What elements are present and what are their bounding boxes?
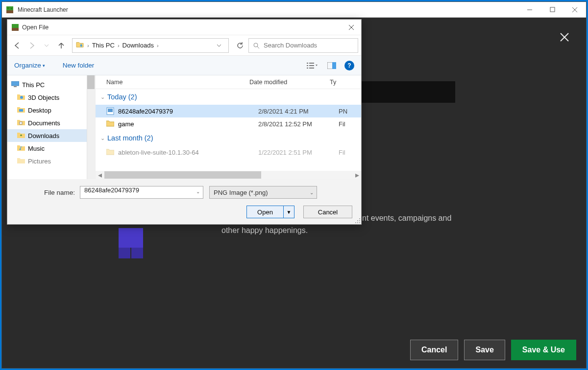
save-button[interactable]: Save xyxy=(464,340,505,360)
svg-rect-17 xyxy=(309,63,314,64)
scroll-right-icon[interactable]: ▸ xyxy=(353,171,361,179)
dialog-navbar: › This PC › Downloads › xyxy=(7,35,361,56)
svg-rect-19 xyxy=(309,65,314,66)
filename-input[interactable]: 86248afe20479379 ⌄ xyxy=(80,186,203,199)
window-controls xyxy=(518,2,586,18)
open-dropdown-button[interactable]: ▼ xyxy=(284,206,294,218)
svg-rect-23 xyxy=(332,62,336,69)
dialog-titlebar: Open File xyxy=(7,20,361,35)
tree-3d-objects[interactable]: 3D Objects xyxy=(7,91,95,104)
folder-icon xyxy=(106,120,114,128)
svg-rect-24 xyxy=(11,81,19,86)
chevron-down-icon: ▾ xyxy=(43,63,45,68)
tree-documents[interactable]: Documents xyxy=(7,116,95,129)
folder-icon xyxy=(17,132,25,139)
view-options-button[interactable] xyxy=(305,60,319,71)
folder-icon xyxy=(17,119,25,126)
dialog-footer: File name: 86248afe20479379 ⌄ PNG Image … xyxy=(7,179,361,224)
image-file-icon xyxy=(106,107,114,115)
folder-icon xyxy=(17,158,25,164)
column-headers: Name Date modified Ty xyxy=(96,75,361,89)
folder-icon xyxy=(75,41,84,50)
svg-rect-3 xyxy=(11,8,12,9)
minimize-button[interactable] xyxy=(518,2,541,18)
new-folder-button[interactable]: New folder xyxy=(63,62,95,69)
svg-point-26 xyxy=(20,96,23,99)
close-button[interactable] xyxy=(564,2,586,18)
filename-label: File name: xyxy=(16,189,75,196)
app-icon xyxy=(11,23,19,31)
chevron-down-icon[interactable]: ⌄ xyxy=(196,189,200,194)
svg-rect-21 xyxy=(309,68,314,69)
dialog-cancel-button[interactable]: Cancel xyxy=(303,206,352,218)
svg-rect-18 xyxy=(307,65,308,66)
chevron-right-icon[interactable]: › xyxy=(156,43,160,48)
cancel-button[interactable]: Cancel xyxy=(410,340,458,360)
group-today[interactable]: ⌄ Today (2) xyxy=(96,89,361,105)
file-type-filter[interactable]: PNG Image (*.png) ⌄ xyxy=(209,186,317,199)
refresh-button[interactable] xyxy=(233,38,247,53)
recent-dropdown[interactable] xyxy=(40,39,53,52)
scroll-left-icon[interactable]: ◂ xyxy=(96,171,104,179)
window-title: Minecraft Launcher xyxy=(18,6,518,13)
chevron-right-icon[interactable]: › xyxy=(117,43,121,48)
search-box[interactable] xyxy=(248,38,358,53)
open-button[interactable]: Open xyxy=(246,206,284,218)
horizontal-scrollbar[interactable]: ◂ ▸ xyxy=(96,171,361,179)
tree-scrollbar[interactable] xyxy=(87,75,95,179)
dialog-body: This PC 3D Objects Desktop Documents Dow… xyxy=(7,75,361,179)
file-row[interactable]: 86248afe20479379 2/8/2021 4:21 PM PN xyxy=(96,105,361,117)
pc-icon xyxy=(11,81,19,88)
forward-button[interactable] xyxy=(25,39,39,52)
tree-this-pc[interactable]: This PC xyxy=(7,78,95,91)
col-date-modified[interactable]: Date modified xyxy=(249,79,330,86)
svg-rect-28 xyxy=(20,122,22,124)
col-type[interactable]: Ty xyxy=(330,79,361,86)
breadcrumb-downloads[interactable]: Downloads xyxy=(121,42,156,49)
svg-rect-20 xyxy=(307,68,308,69)
folder-icon xyxy=(17,107,25,114)
dialog-toolbar: Organize ▾ New folder ? xyxy=(7,56,361,75)
up-button[interactable] xyxy=(54,39,68,52)
organize-menu[interactable]: Organize ▾ xyxy=(14,62,45,69)
svg-rect-16 xyxy=(307,63,308,64)
chevron-right-icon[interactable]: › xyxy=(86,43,90,48)
back-button[interactable] xyxy=(10,39,24,52)
tree-downloads[interactable]: Downloads xyxy=(7,129,95,142)
search-input[interactable] xyxy=(264,42,354,49)
svg-rect-0 xyxy=(6,10,13,13)
search-icon xyxy=(253,42,260,49)
chevron-down-icon[interactable] xyxy=(217,43,228,48)
file-list: Name Date modified Ty ⌄ Today (2) 86248a… xyxy=(96,75,361,179)
bottom-bar: Cancel Save Save & Use xyxy=(410,340,576,360)
svg-point-14 xyxy=(254,43,258,47)
group-last-month[interactable]: ⌄ Last month (2) xyxy=(96,130,361,146)
col-name[interactable]: Name xyxy=(106,79,249,86)
svg-rect-5 xyxy=(550,7,555,12)
dialog-close-button[interactable] xyxy=(342,20,361,35)
resize-grip[interactable] xyxy=(354,217,360,223)
maximize-button[interactable] xyxy=(541,2,564,18)
folder-icon xyxy=(17,145,25,152)
titlebar: Minecraft Launcher xyxy=(2,2,586,18)
svg-line-15 xyxy=(257,46,259,48)
svg-rect-11 xyxy=(12,24,19,28)
close-icon[interactable] xyxy=(557,29,572,45)
nav-tree: This PC 3D Objects Desktop Documents Dow… xyxy=(7,75,96,179)
save-and-use-button[interactable]: Save & Use xyxy=(511,340,576,360)
avatar xyxy=(107,228,154,272)
file-row[interactable]: game 2/8/2021 12:52 PM Fil xyxy=(96,117,361,130)
tree-pictures[interactable]: Pictures xyxy=(7,155,95,167)
folder-icon xyxy=(106,148,114,156)
help-button[interactable]: ? xyxy=(344,61,354,70)
open-file-dialog: Open File › This PC › Downloads › xyxy=(7,19,362,225)
tree-music[interactable]: Music xyxy=(7,142,95,155)
chevron-down-icon: ⌄ xyxy=(98,135,107,141)
tree-desktop[interactable]: Desktop xyxy=(7,104,95,116)
preview-pane-button[interactable] xyxy=(325,60,339,71)
folder-icon xyxy=(17,94,25,101)
app-icon xyxy=(6,6,14,14)
breadcrumb[interactable]: › This PC › Downloads › xyxy=(72,38,229,53)
breadcrumb-this-pc[interactable]: This PC xyxy=(90,42,117,49)
file-row[interactable]: ableton-live-suite-10.1.30-64 1/22/2021 … xyxy=(96,146,361,159)
